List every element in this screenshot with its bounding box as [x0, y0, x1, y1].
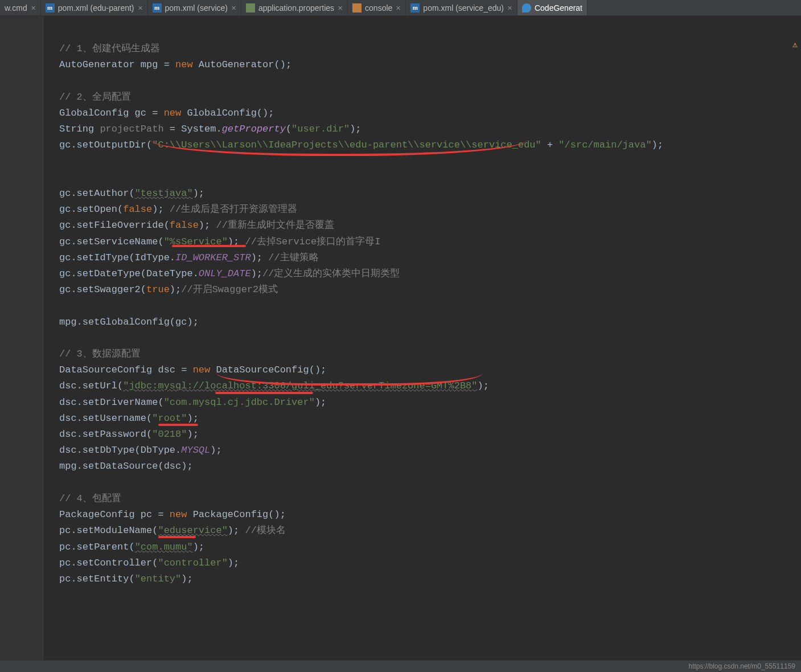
- tab-label: application.properties: [258, 4, 334, 12]
- tab-pom-service-edu[interactable]: pom.xml (service_edu) ✕: [406, 0, 517, 15]
- properties-icon: [246, 3, 255, 13]
- warning-icon[interactable]: ⚠: [792, 38, 798, 54]
- tab-label: pom.xml (service): [165, 4, 228, 12]
- editor-tabs: w.cmd ✕ pom.xml (edu-parent) ✕ pom.xml (…: [0, 0, 801, 16]
- annotation-mark: [158, 424, 198, 426]
- code-content[interactable]: // 1、创建代码生成器 AutoGenerator mpg = new Aut…: [43, 16, 801, 660]
- tab-cmd[interactable]: w.cmd ✕: [0, 0, 41, 15]
- annotation-mark: [172, 245, 246, 247]
- close-icon[interactable]: ✕: [138, 4, 143, 12]
- code-comment: // 2、全局配置: [59, 92, 131, 103]
- close-icon[interactable]: ✕: [396, 4, 401, 12]
- maven-icon: [410, 3, 420, 13]
- code-comment: // 4、包配置: [59, 493, 121, 504]
- annotation-mark: [215, 392, 313, 394]
- close-icon[interactable]: ✕: [507, 4, 512, 12]
- tab-label: w.cmd: [5, 4, 27, 12]
- status-bar: https://blog.csdn.net/m0_55511159: [0, 660, 801, 672]
- java-icon: [522, 3, 531, 13]
- tab-label: pom.xml (service_edu): [423, 4, 504, 12]
- editor-area: // 1、创建代码生成器 AutoGenerator mpg = new Aut…: [0, 16, 801, 660]
- status-url: https://blog.csdn.net/m0_55511159: [689, 658, 795, 672]
- maven-icon: [46, 3, 55, 13]
- tab-label: pom.xml (edu-parent): [58, 4, 134, 12]
- tab-label: console: [365, 4, 392, 12]
- html-icon: [352, 3, 362, 13]
- tab-codegenerator[interactable]: CodeGenerat: [517, 0, 588, 15]
- close-icon[interactable]: ✕: [31, 4, 36, 12]
- close-icon[interactable]: ✕: [338, 4, 343, 12]
- annotation-mark: [158, 536, 196, 538]
- close-icon[interactable]: ✕: [231, 4, 236, 12]
- tab-pom-edu-parent[interactable]: pom.xml (edu-parent) ✕: [41, 0, 148, 15]
- code-comment: // 3、数据源配置: [59, 349, 141, 359]
- maven-icon: [153, 3, 162, 13]
- gutter: [0, 16, 40, 660]
- tab-label: CodeGenerat: [535, 4, 582, 12]
- tab-application-properties[interactable]: application.properties ✕: [241, 0, 348, 15]
- tab-console[interactable]: console ✕: [348, 0, 406, 15]
- tab-pom-service[interactable]: pom.xml (service) ✕: [148, 0, 241, 15]
- code-comment: // 1、创建代码生成器: [59, 43, 160, 54]
